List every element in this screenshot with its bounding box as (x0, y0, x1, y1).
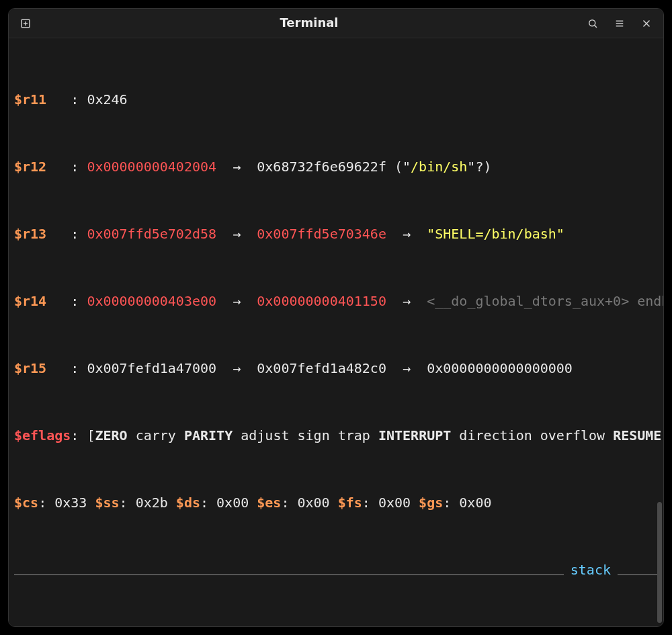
terminal-window: Terminal $r11 : 0x246 $r12 : 0x000000004… (8, 8, 664, 627)
menu-button[interactable] (608, 12, 631, 35)
reg-eflags: $eflags: [ZERO carry PARITY adjust sign … (14, 427, 658, 444)
svg-line-4 (595, 25, 597, 27)
reg-r12: $r12 : 0x00000000402004 → 0x68732f6e6962… (14, 159, 658, 175)
search-button[interactable] (581, 12, 604, 35)
new-tab-button[interactable] (14, 12, 37, 35)
search-icon (587, 17, 599, 30)
reg-r14: $r14 : 0x00000000403e00 → 0x000000004011… (14, 293, 658, 310)
titlebar: Terminal (9, 9, 663, 38)
close-icon (640, 17, 653, 30)
terminal-body[interactable]: $r11 : 0x246 $r12 : 0x00000000402004 → 0… (9, 38, 663, 626)
hamburger-icon (614, 17, 626, 30)
reg-r11: $r11 : 0x246 (14, 91, 658, 108)
plus-box-icon (19, 17, 32, 30)
reg-segments: $cs: 0x33 $ss: 0x2b $ds: 0x00 $es: 0x00 … (14, 495, 658, 511)
window-title: Terminal (37, 15, 581, 31)
svg-point-3 (589, 19, 595, 26)
close-button[interactable] (635, 12, 658, 35)
reg-r15: $r15 : 0x007fefd1a47000 → 0x007fefd1a482… (14, 360, 658, 377)
section-stack: stack (14, 562, 658, 579)
reg-r13: $r13 : 0x007ffd5e702d58 → 0x007ffd5e7034… (14, 226, 658, 243)
scrollbar-thumb[interactable] (657, 502, 662, 623)
